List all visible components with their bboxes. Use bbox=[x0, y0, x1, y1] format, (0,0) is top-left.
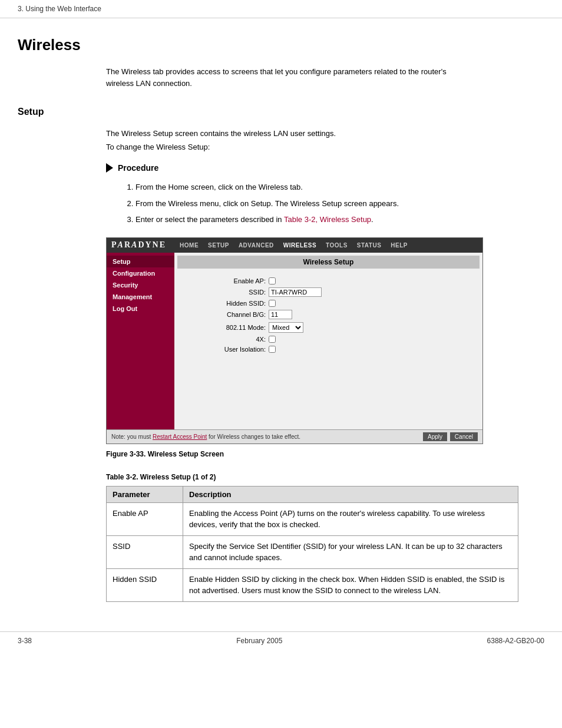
intro-paragraph: The Wireless tab provides access to scre… bbox=[106, 66, 459, 89]
page-container: 3. Using the Web Interface Wireless The … bbox=[0, 0, 562, 728]
ssid-input[interactable] bbox=[269, 287, 322, 297]
breadcrumb: 3. Using the Web Interface bbox=[0, 0, 562, 18]
router-note-bar: Note: you must Restart Access Point for … bbox=[107, 429, 482, 444]
form-label-ssid: SSID: bbox=[189, 289, 266, 296]
footer-center: February 2005 bbox=[236, 637, 282, 645]
nav-item-advanced[interactable]: ADVANCED bbox=[234, 240, 279, 250]
form-row-4x: 4X: bbox=[189, 336, 468, 343]
page-title: Wireless bbox=[18, 36, 544, 54]
form-label-user-isolation: User Isolation: bbox=[189, 346, 266, 353]
form-row-channel: Channel B/G: bbox=[189, 310, 468, 319]
form-label-4x: 4X: bbox=[189, 336, 266, 343]
form-label-mode: 802.11 Mode: bbox=[189, 324, 266, 331]
footer-left: 3-38 bbox=[18, 637, 32, 645]
form-label-enable-ap: Enable AP: bbox=[189, 277, 266, 284]
form-row-user-isolation: User Isolation: bbox=[189, 346, 468, 353]
table-row: Hidden SSID Enable Hidden SSID by clicki… bbox=[107, 568, 518, 601]
table-header-description: Description bbox=[183, 486, 518, 502]
sidebar-item-security[interactable]: Security bbox=[107, 279, 174, 291]
form-row-enable-ap: Enable AP: bbox=[189, 277, 468, 284]
main-content: Wireless The Wireless tab provides acces… bbox=[0, 18, 562, 614]
form-label-channel: Channel B/G: bbox=[189, 311, 266, 318]
nav-item-home[interactable]: HOME bbox=[175, 240, 203, 250]
wireless-setup-table: Parameter Description Enable AP Enabling… bbox=[106, 486, 518, 602]
form-row-hidden-ssid: Hidden SSID: bbox=[189, 300, 468, 307]
router-nav-bar: PARADYNE HOME SETUP ADVANCED WIRELESS TO… bbox=[107, 238, 482, 253]
table-row: Enable AP Enabling the Access Point (AP)… bbox=[107, 502, 518, 535]
procedure-list: From the Home screen, click on the Wirel… bbox=[135, 181, 544, 226]
sidebar-item-configuration[interactable]: Configuration bbox=[107, 267, 174, 279]
router-main-panel: Wireless Setup Enable AP: SSID: bbox=[174, 253, 482, 429]
procedure-label: Procedure bbox=[118, 163, 158, 173]
nav-item-wireless[interactable]: WIRELESS bbox=[279, 240, 321, 250]
restart-link[interactable]: Restart Access Point bbox=[153, 434, 207, 440]
cancel-button[interactable]: Cancel bbox=[450, 432, 478, 441]
figure-caption: Figure 3-33. Wireless Setup Screen bbox=[106, 450, 544, 458]
hidden-ssid-checkbox[interactable] bbox=[269, 300, 276, 307]
table-caption: Table 3-2. Wireless Setup (1 of 2) bbox=[106, 473, 544, 481]
form-spacer bbox=[177, 359, 480, 394]
table-link[interactable]: Table 3-2, Wireless Setup bbox=[284, 215, 371, 224]
enable-ap-checkbox[interactable] bbox=[269, 277, 276, 284]
nav-item-tools[interactable]: TOOLS bbox=[321, 240, 352, 250]
form-label-hidden-ssid: Hidden SSID: bbox=[189, 300, 266, 307]
list-item: Enter or select the parameters described… bbox=[135, 214, 544, 226]
table-cell-description: Specify the Service Set IDentifier (SSID… bbox=[183, 535, 518, 568]
nav-item-status[interactable]: STATUS bbox=[352, 240, 386, 250]
list-item: From the Home screen, click on the Wirel… bbox=[135, 181, 544, 193]
table-cell-parameter: SSID bbox=[107, 535, 183, 568]
form-row-ssid: SSID: bbox=[189, 287, 468, 297]
procedure-arrow-icon bbox=[106, 163, 113, 173]
setup-text2: To change the Wireless Setup: bbox=[106, 143, 544, 151]
router-body: Setup Configuration Security Management … bbox=[107, 253, 482, 429]
form-row-mode: 802.11 Mode: Mixed B Only G Only bbox=[189, 322, 468, 333]
table-cell-parameter: Enable AP bbox=[107, 502, 183, 535]
nav-item-setup[interactable]: SETUP bbox=[203, 240, 234, 250]
router-screen-title: Wireless Setup bbox=[177, 256, 480, 269]
table-header-parameter: Parameter bbox=[107, 486, 183, 502]
table-row: SSID Specify the Service Set IDentifier … bbox=[107, 535, 518, 568]
mode-select[interactable]: Mixed B Only G Only bbox=[269, 322, 303, 333]
table-cell-description: Enable Hidden SSID by clicking in the ch… bbox=[183, 568, 518, 601]
router-sidebar: Setup Configuration Security Management … bbox=[107, 253, 174, 429]
section-title-setup: Setup bbox=[18, 107, 544, 117]
footer-right: 6388-A2-GB20-00 bbox=[487, 637, 544, 645]
user-isolation-checkbox[interactable] bbox=[269, 346, 276, 353]
note-text: Note: you must Restart Access Point for … bbox=[111, 434, 300, 440]
channel-input[interactable] bbox=[269, 310, 292, 319]
setup-text1: The Wireless Setup screen contains the w… bbox=[106, 129, 544, 138]
procedure-heading: Procedure bbox=[106, 163, 544, 173]
4x-checkbox[interactable] bbox=[269, 336, 276, 343]
page-footer: 3-38 February 2005 6388-A2-GB20-00 bbox=[0, 631, 562, 650]
sidebar-item-setup[interactable]: Setup bbox=[107, 256, 174, 267]
table-cell-description: Enabling the Access Point (AP) turns on … bbox=[183, 502, 518, 535]
router-logo: PARADYNE bbox=[111, 240, 166, 250]
router-ui-screenshot: PARADYNE HOME SETUP ADVANCED WIRELESS TO… bbox=[106, 237, 483, 444]
list-item: From the Wireless menu, click on Setup. … bbox=[135, 198, 544, 210]
apply-button[interactable]: Apply bbox=[423, 432, 447, 441]
router-form: Enable AP: SSID: Hidden SSID: bbox=[177, 274, 480, 359]
table-cell-parameter: Hidden SSID bbox=[107, 568, 183, 601]
nav-item-help[interactable]: HELP bbox=[386, 240, 412, 250]
table-header-row: Parameter Description bbox=[107, 486, 518, 502]
note-buttons: Apply Cancel bbox=[420, 432, 478, 441]
sidebar-item-management[interactable]: Management bbox=[107, 291, 174, 303]
sidebar-item-logout[interactable]: Log Out bbox=[107, 303, 174, 315]
